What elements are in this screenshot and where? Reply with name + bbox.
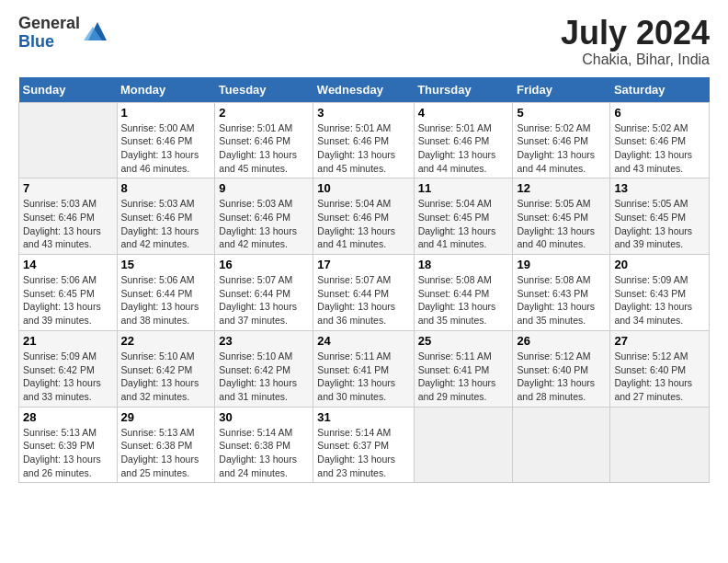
day-info: Sunrise: 5:09 AMSunset: 6:43 PMDaylight:… — [614, 273, 705, 327]
day-info: Sunrise: 5:08 AMSunset: 6:43 PMDaylight:… — [517, 273, 606, 327]
calendar-cell: 2Sunrise: 5:01 AMSunset: 6:46 PMDaylight… — [215, 102, 313, 178]
day-number: 18 — [418, 258, 509, 271]
day-info: Sunrise: 5:01 AMSunset: 6:46 PMDaylight:… — [418, 121, 509, 176]
day-number: 25 — [418, 334, 509, 348]
day-info: Sunrise: 5:00 AMSunset: 6:46 PMDaylight:… — [121, 121, 211, 176]
logo: General Blue — [18, 15, 111, 52]
header: General Blue July 2024 Chakia, Bihar, In… — [18, 15, 710, 68]
day-number: 31 — [317, 410, 409, 424]
calendar-cell: 30Sunrise: 5:14 AMSunset: 6:38 PMDayligh… — [215, 407, 313, 483]
day-number: 9 — [219, 181, 309, 195]
calendar-cell: 29Sunrise: 5:13 AMSunset: 6:38 PMDayligh… — [117, 407, 215, 483]
calendar-header-row: Sunday Monday Tuesday Wednesday Thursday… — [19, 77, 710, 103]
day-number: 7 — [23, 181, 113, 195]
calendar-cell: 23Sunrise: 5:10 AMSunset: 6:42 PMDayligh… — [215, 330, 313, 407]
day-number: 27 — [614, 334, 705, 348]
day-number: 17 — [317, 258, 409, 271]
calendar-cell: 4Sunrise: 5:01 AMSunset: 6:46 PMDaylight… — [414, 102, 513, 178]
calendar-cell — [19, 102, 118, 178]
col-saturday: Saturday — [610, 77, 710, 103]
calendar-week-row: 14Sunrise: 5:06 AMSunset: 6:45 PMDayligh… — [19, 255, 710, 331]
day-number: 19 — [517, 258, 606, 271]
day-info: Sunrise: 5:05 AMSunset: 6:45 PMDaylight:… — [517, 197, 606, 251]
calendar-cell: 19Sunrise: 5:08 AMSunset: 6:43 PMDayligh… — [513, 255, 610, 331]
calendar-week-row: 21Sunrise: 5:09 AMSunset: 6:42 PMDayligh… — [19, 330, 710, 407]
day-info: Sunrise: 5:12 AMSunset: 6:40 PMDaylight:… — [517, 350, 606, 404]
day-info: Sunrise: 5:09 AMSunset: 6:42 PMDaylight:… — [23, 350, 113, 404]
day-info: Sunrise: 5:06 AMSunset: 6:45 PMDaylight:… — [23, 273, 113, 327]
col-wednesday: Wednesday — [313, 77, 414, 103]
calendar-cell: 9Sunrise: 5:03 AMSunset: 6:46 PMDaylight… — [215, 178, 313, 255]
calendar-week-row: 1Sunrise: 5:00 AMSunset: 6:46 PMDaylight… — [19, 102, 710, 178]
calendar-cell — [610, 407, 710, 483]
day-number: 2 — [219, 106, 309, 120]
day-number: 23 — [219, 334, 309, 348]
day-number: 1 — [121, 106, 211, 120]
logo-icon — [84, 17, 111, 45]
day-info: Sunrise: 5:03 AMSunset: 6:46 PMDaylight:… — [219, 197, 309, 251]
day-number: 21 — [23, 334, 113, 348]
calendar-cell: 7Sunrise: 5:03 AMSunset: 6:46 PMDaylight… — [19, 178, 118, 255]
day-info: Sunrise: 5:05 AMSunset: 6:45 PMDaylight:… — [614, 197, 705, 251]
calendar-cell: 15Sunrise: 5:06 AMSunset: 6:44 PMDayligh… — [117, 255, 215, 331]
calendar-cell: 27Sunrise: 5:12 AMSunset: 6:40 PMDayligh… — [610, 330, 710, 407]
calendar-cell: 10Sunrise: 5:04 AMSunset: 6:46 PMDayligh… — [313, 178, 414, 255]
col-friday: Friday — [513, 77, 610, 103]
day-number: 6 — [614, 106, 705, 120]
day-info: Sunrise: 5:02 AMSunset: 6:46 PMDaylight:… — [614, 121, 705, 176]
calendar-week-row: 28Sunrise: 5:13 AMSunset: 6:39 PMDayligh… — [19, 407, 710, 483]
day-info: Sunrise: 5:07 AMSunset: 6:44 PMDaylight:… — [219, 273, 309, 327]
day-number: 14 — [23, 258, 113, 271]
day-info: Sunrise: 5:06 AMSunset: 6:44 PMDaylight:… — [121, 273, 211, 327]
calendar-cell: 1Sunrise: 5:00 AMSunset: 6:46 PMDaylight… — [117, 102, 215, 178]
calendar-cell: 16Sunrise: 5:07 AMSunset: 6:44 PMDayligh… — [215, 255, 313, 331]
day-number: 29 — [121, 410, 211, 424]
calendar-cell: 18Sunrise: 5:08 AMSunset: 6:44 PMDayligh… — [414, 255, 513, 331]
day-info: Sunrise: 5:13 AMSunset: 6:38 PMDaylight:… — [121, 426, 211, 480]
calendar-cell: 3Sunrise: 5:01 AMSunset: 6:46 PMDaylight… — [313, 102, 414, 178]
day-number: 11 — [418, 181, 509, 195]
logo-general: General — [18, 15, 80, 33]
day-number: 20 — [614, 258, 705, 271]
col-thursday: Thursday — [414, 77, 513, 103]
title-block: July 2024 Chakia, Bihar, India — [561, 15, 710, 68]
day-number: 22 — [121, 334, 211, 348]
day-number: 13 — [614, 181, 705, 195]
calendar-cell: 28Sunrise: 5:13 AMSunset: 6:39 PMDayligh… — [19, 407, 118, 483]
day-info: Sunrise: 5:02 AMSunset: 6:46 PMDaylight:… — [517, 121, 606, 176]
day-info: Sunrise: 5:10 AMSunset: 6:42 PMDaylight:… — [219, 350, 309, 404]
day-info: Sunrise: 5:12 AMSunset: 6:40 PMDaylight:… — [614, 350, 705, 404]
calendar-cell — [414, 407, 513, 483]
day-info: Sunrise: 5:11 AMSunset: 6:41 PMDaylight:… — [317, 350, 409, 404]
calendar-cell: 14Sunrise: 5:06 AMSunset: 6:45 PMDayligh… — [19, 255, 118, 331]
day-number: 24 — [317, 334, 409, 348]
location: Chakia, Bihar, India — [561, 52, 710, 68]
calendar-table: Sunday Monday Tuesday Wednesday Thursday… — [18, 77, 710, 484]
logo-text: General Blue — [18, 15, 80, 52]
calendar-cell: 6Sunrise: 5:02 AMSunset: 6:46 PMDaylight… — [610, 102, 710, 178]
calendar-cell: 26Sunrise: 5:12 AMSunset: 6:40 PMDayligh… — [513, 330, 610, 407]
day-info: Sunrise: 5:04 AMSunset: 6:45 PMDaylight:… — [418, 197, 509, 251]
calendar-body: 1Sunrise: 5:00 AMSunset: 6:46 PMDaylight… — [19, 102, 710, 483]
calendar-cell: 25Sunrise: 5:11 AMSunset: 6:41 PMDayligh… — [414, 330, 513, 407]
page-container: General Blue July 2024 Chakia, Bihar, In… — [0, 0, 728, 492]
calendar-cell: 17Sunrise: 5:07 AMSunset: 6:44 PMDayligh… — [313, 255, 414, 331]
calendar-cell: 24Sunrise: 5:11 AMSunset: 6:41 PMDayligh… — [313, 330, 414, 407]
calendar-cell: 12Sunrise: 5:05 AMSunset: 6:45 PMDayligh… — [513, 178, 610, 255]
day-info: Sunrise: 5:11 AMSunset: 6:41 PMDaylight:… — [418, 350, 509, 404]
logo-blue: Blue — [18, 33, 80, 52]
col-sunday: Sunday — [19, 77, 118, 103]
day-info: Sunrise: 5:03 AMSunset: 6:46 PMDaylight:… — [121, 197, 211, 251]
day-number: 26 — [517, 334, 606, 348]
calendar-cell: 20Sunrise: 5:09 AMSunset: 6:43 PMDayligh… — [610, 255, 710, 331]
day-info: Sunrise: 5:13 AMSunset: 6:39 PMDaylight:… — [23, 426, 113, 480]
day-info: Sunrise: 5:14 AMSunset: 6:37 PMDaylight:… — [317, 426, 409, 480]
day-number: 28 — [23, 410, 113, 424]
calendar-cell: 5Sunrise: 5:02 AMSunset: 6:46 PMDaylight… — [513, 102, 610, 178]
day-info: Sunrise: 5:01 AMSunset: 6:46 PMDaylight:… — [219, 121, 309, 176]
calendar-cell: 11Sunrise: 5:04 AMSunset: 6:45 PMDayligh… — [414, 178, 513, 255]
calendar-cell — [513, 407, 610, 483]
day-info: Sunrise: 5:10 AMSunset: 6:42 PMDaylight:… — [121, 350, 211, 404]
day-info: Sunrise: 5:08 AMSunset: 6:44 PMDaylight:… — [418, 273, 509, 327]
day-info: Sunrise: 5:07 AMSunset: 6:44 PMDaylight:… — [317, 273, 409, 327]
